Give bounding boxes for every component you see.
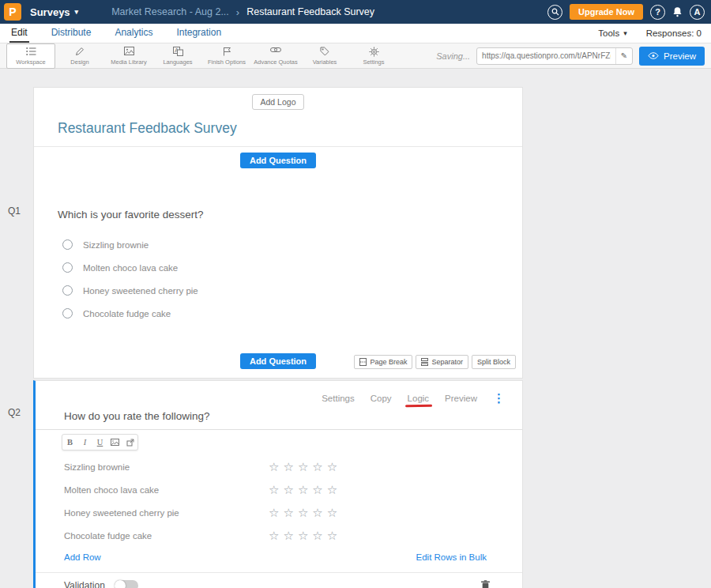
eye-icon	[648, 52, 659, 59]
separator-button[interactable]: Separator	[416, 355, 468, 369]
toolbar-item-label: Finish Options	[202, 58, 251, 66]
user-avatar[interactable]: A	[690, 5, 705, 20]
q1-option-label[interactable]: Molten choco lava cake	[83, 263, 178, 273]
edit-rows-in-bulk-link[interactable]: Edit Rows in Bulk	[416, 552, 487, 562]
tab-analytics[interactable]: Analytics	[113, 24, 154, 43]
toggle-knob	[115, 580, 126, 588]
tab-integration[interactable]: Integration	[175, 24, 223, 43]
q1-option-label[interactable]: Chocolate fudge cake	[83, 309, 171, 318]
breadcrumb-survey-name: Restaurant Feedback Survey	[246, 6, 374, 17]
italic-button[interactable]: I	[77, 435, 92, 450]
upgrade-now-button[interactable]: Upgrade Now	[570, 4, 643, 20]
add-row-link[interactable]: Add Row	[64, 552, 101, 562]
notifications-bell-icon[interactable]	[672, 6, 683, 17]
split-block-button[interactable]: Split Block	[472, 355, 516, 369]
rating-row-label[interactable]: Chocolate fudge cake	[64, 531, 269, 541]
toolbar-item-design[interactable]: Design	[55, 44, 104, 68]
radio-button-icon[interactable]	[62, 308, 73, 318]
q1-question-text[interactable]: Which is your favorite dessert?	[58, 209, 522, 220]
external-link-icon	[126, 439, 134, 447]
insert-image-button[interactable]	[107, 435, 122, 450]
preview-button[interactable]: Preview	[639, 47, 705, 66]
q1-option-label[interactable]: Honey sweetened cherry pie	[83, 286, 198, 296]
add-question-row-bottom: Add Question Page Break Separator Split …	[34, 347, 522, 378]
tools-menu[interactable]: Tools ▾	[598, 28, 626, 38]
breadcrumb-separator-icon: ›	[236, 6, 239, 18]
star-rating-icons[interactable]: ☆☆☆☆☆	[269, 483, 341, 497]
q2-menu-logic[interactable]: Logic	[408, 394, 430, 403]
survey-nav-tabs: Edit Distribute Analytics Integration To…	[0, 24, 711, 43]
q1-option-row: Chocolate fudge cake	[62, 308, 522, 318]
help-icon[interactable]: ?	[650, 5, 665, 20]
q1-option-row: Molten choco lava cake	[62, 262, 522, 273]
search-icon[interactable]	[547, 5, 562, 20]
survey-canvas: Q1 Q2 Add Logo Restaurant Feedback Surve…	[0, 69, 711, 588]
rating-row-label[interactable]: Honey sweetened cherry pie	[64, 508, 269, 518]
add-question-row-top: Add Question	[34, 147, 522, 174]
rating-row-label[interactable]: Sizzling brownie	[64, 462, 269, 472]
preview-label: Preview	[664, 51, 696, 61]
survey-url-input[interactable]	[477, 51, 615, 60]
question-card-q1: Add Logo Restaurant Feedback Survey Add …	[33, 87, 523, 379]
question-number-q2: Q2	[8, 407, 21, 418]
question-card-q2: Settings Copy Logic Preview ⋮ How do you…	[33, 380, 523, 588]
q1-option-label[interactable]: Sizzling brownie	[83, 240, 149, 250]
question-number-q1: Q1	[8, 205, 21, 217]
pencil-icon	[55, 47, 104, 57]
q2-question-text[interactable]: How do you rate the following?	[64, 410, 522, 422]
q2-menu-settings[interactable]: Settings	[322, 394, 355, 403]
validation-toggle[interactable]	[115, 580, 138, 588]
rating-row: Honey sweetened cherry pie ☆☆☆☆☆	[64, 501, 522, 524]
page-break-label: Page Break	[370, 358, 407, 366]
image-icon	[111, 439, 119, 446]
breadcrumb-folder[interactable]: Market Research - Aug 2...	[111, 6, 229, 17]
rating-row: Sizzling brownie ☆☆☆☆☆	[64, 455, 522, 478]
surveys-menu[interactable]: Surveys ▾	[30, 6, 78, 18]
text-format-toolbar: B I U	[62, 434, 138, 450]
q2-links-row: Add Row Edit Rows in Bulk	[64, 552, 487, 562]
surveys-menu-label: Surveys	[30, 6, 70, 18]
toolbar-item-label: Media Library	[104, 58, 153, 66]
tab-edit[interactable]: Edit	[9, 24, 29, 43]
add-question-button[interactable]: Add Question	[240, 153, 316, 168]
add-logo-button[interactable]: Add Logo	[252, 94, 305, 110]
q1-option-row: Sizzling brownie	[62, 239, 522, 250]
q2-menu-copy[interactable]: Copy	[371, 394, 392, 403]
questionpro-logo[interactable]: P	[4, 3, 21, 21]
toolbar-item-advance-quotas[interactable]: Advance Quotas	[251, 44, 300, 68]
toolbar-item-languages[interactable]: A Languages	[153, 44, 202, 68]
image-icon	[104, 47, 153, 57]
top-navigation-bar: P Surveys ▾ Market Research - Aug 2... ›…	[0, 0, 711, 24]
toolbar-item-label: Advance Quotas	[251, 58, 300, 66]
toolbar-item-media-library[interactable]: Media Library	[104, 44, 153, 68]
toolbar-item-label: Design	[55, 58, 104, 66]
star-rating-icons[interactable]: ☆☆☆☆☆	[269, 460, 341, 474]
insert-link-button[interactable]	[122, 435, 137, 450]
star-rating-icons[interactable]: ☆☆☆☆☆	[269, 529, 341, 543]
toolbar-item-workspace[interactable]: Workspace	[6, 43, 55, 69]
tab-distribute[interactable]: Distribute	[50, 24, 93, 43]
add-question-button[interactable]: Add Question	[240, 353, 316, 369]
survey-title[interactable]: Restaurant Feedback Survey	[58, 120, 522, 137]
q1-option-row: Honey sweetened cherry pie	[62, 285, 522, 296]
radio-button-icon[interactable]	[62, 262, 73, 273]
toolbar-item-finish-options[interactable]: Finish Options	[202, 44, 251, 68]
editor-toolbar: Workspace Design Media Library A Languag…	[0, 43, 711, 69]
star-rating-icons[interactable]: ☆☆☆☆☆	[269, 506, 341, 520]
page-break-button[interactable]: Page Break	[354, 355, 412, 369]
bold-button[interactable]: B	[62, 435, 77, 450]
underline-button[interactable]: U	[92, 435, 107, 450]
rating-row-label[interactable]: Molten choco lava cake	[64, 485, 269, 495]
page-break-icon	[359, 358, 367, 366]
delete-question-trash-icon[interactable]	[480, 580, 491, 588]
toolbar-item-variables[interactable]: Variables	[300, 44, 349, 68]
edit-url-pencil-icon[interactable]: ✎	[615, 48, 632, 64]
block-actions: Page Break Separator Split Block	[354, 355, 516, 369]
radio-button-icon[interactable]	[62, 285, 73, 296]
more-options-ellipsis-icon[interactable]: ⋮	[493, 392, 505, 404]
q2-footer: Validation	[64, 573, 491, 588]
toolbar-item-settings[interactable]: Settings	[349, 44, 398, 68]
radio-button-icon[interactable]	[62, 239, 73, 250]
q2-menu-preview[interactable]: Preview	[445, 394, 477, 403]
responses-count[interactable]: Responses: 0	[646, 28, 702, 38]
